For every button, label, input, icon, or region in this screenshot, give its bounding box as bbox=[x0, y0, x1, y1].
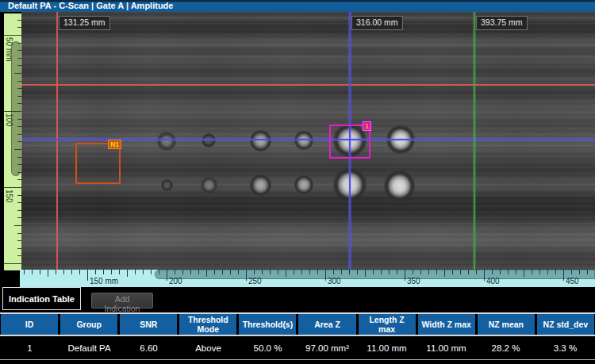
red-cursor-position-label: 131.25 mm bbox=[59, 16, 110, 30]
ruler-tick-label: 200 bbox=[169, 277, 182, 285]
indication-panel: Indication Table Add Indication IDGroupS… bbox=[0, 287, 595, 364]
column-header: Group bbox=[60, 314, 117, 335]
zone-box-n1[interactable]: N1 bbox=[75, 143, 121, 184]
indication-box-1[interactable]: 1 bbox=[329, 125, 370, 159]
ruler-tick-label: 300 bbox=[328, 277, 341, 285]
horizontal-ruler[interactable]: 150 mm200250300350400450 bbox=[20, 270, 595, 287]
app-window: Default PA - C-Scan | Gate A | Amplitude… bbox=[0, 0, 595, 364]
indication-spot bbox=[250, 174, 271, 196]
indication-spot bbox=[161, 179, 173, 191]
column-header: Area Z bbox=[298, 314, 355, 335]
indication-spot bbox=[294, 175, 313, 194]
green-cursor-vertical[interactable] bbox=[474, 12, 475, 270]
table-cell: 1 bbox=[0, 336, 60, 359]
column-header: SNR bbox=[120, 314, 177, 335]
table-cell: 28.2 % bbox=[476, 336, 536, 359]
indication-box-label: 1 bbox=[363, 121, 371, 131]
ruler-tick-label: 150 mm bbox=[90, 277, 118, 285]
column-header: Threshold(s) bbox=[239, 314, 296, 335]
panel-separator bbox=[0, 359, 595, 360]
indication-spot bbox=[250, 130, 271, 151]
red-cursor-horizontal[interactable] bbox=[21, 84, 595, 86]
ruler-tick-label: 400 bbox=[486, 277, 500, 285]
table-data-row[interactable]: 1Default PA6.60Above50.0 %97.00 mm²11.00… bbox=[0, 336, 595, 359]
view-title: Default PA - C-Scan | Gate A | Amplitude bbox=[8, 1, 173, 10]
table-cell: 11.00 mm bbox=[357, 336, 416, 359]
indication-spot bbox=[202, 133, 216, 148]
green-cursor-position-label: 393.75 mm bbox=[476, 16, 528, 30]
table-cell: 50.0 % bbox=[238, 336, 298, 359]
column-header: Width Z max bbox=[418, 314, 475, 335]
column-header: ID bbox=[1, 314, 58, 335]
column-header: Threshold Mode bbox=[179, 314, 236, 335]
add-indication-button[interactable]: Add Indication bbox=[91, 293, 153, 308]
ruler-tick-label: 450 bbox=[566, 277, 579, 285]
table-cell: 97.00 mm² bbox=[298, 336, 357, 359]
view-title-bar: Default PA - C-Scan | Gate A | Amplitude bbox=[0, 0, 595, 12]
ruler-tick-label: 100 bbox=[5, 113, 13, 127]
zone-box-label: N1 bbox=[108, 140, 121, 149]
indication-spot bbox=[384, 171, 415, 201]
column-header: NZ std_dev bbox=[537, 314, 594, 335]
vertical-ruler[interactable]: 50 mm100150 bbox=[4, 13, 21, 270]
table-cell: Default PA bbox=[60, 336, 119, 359]
table-cell: 6.60 bbox=[119, 336, 178, 359]
table-cell: 11.00 mm bbox=[416, 336, 476, 359]
ruler-tick-label: 250 bbox=[248, 277, 262, 285]
column-header: Length Z max bbox=[359, 314, 416, 335]
ruler-tick-label: 50 mm bbox=[5, 37, 13, 62]
tab-label: Indication Table bbox=[9, 294, 75, 304]
horizontal-ruler-thumb[interactable] bbox=[155, 270, 595, 279]
ruler-tick-label: 350 bbox=[407, 277, 420, 285]
ruler-tick-label: 150 bbox=[5, 190, 13, 203]
indication-spot bbox=[201, 177, 217, 193]
table-cell: 3.3 % bbox=[536, 336, 595, 359]
cscan-image[interactable]: 131.25 mm 316.00 mm 393.75 mm N1 1 bbox=[21, 12, 595, 270]
indication-spot bbox=[294, 131, 313, 150]
tab-indication-table[interactable]: Indication Table bbox=[2, 287, 81, 310]
column-header: NZ mean bbox=[478, 314, 535, 335]
indication-spot bbox=[157, 132, 176, 151]
table-cell: Above bbox=[178, 336, 238, 359]
table-header-row: IDGroupSNRThreshold ModeThreshold(s)Area… bbox=[0, 314, 595, 335]
blue-cursor-position-label: 316.00 mm bbox=[351, 16, 403, 30]
red-cursor-vertical[interactable] bbox=[56, 12, 58, 270]
